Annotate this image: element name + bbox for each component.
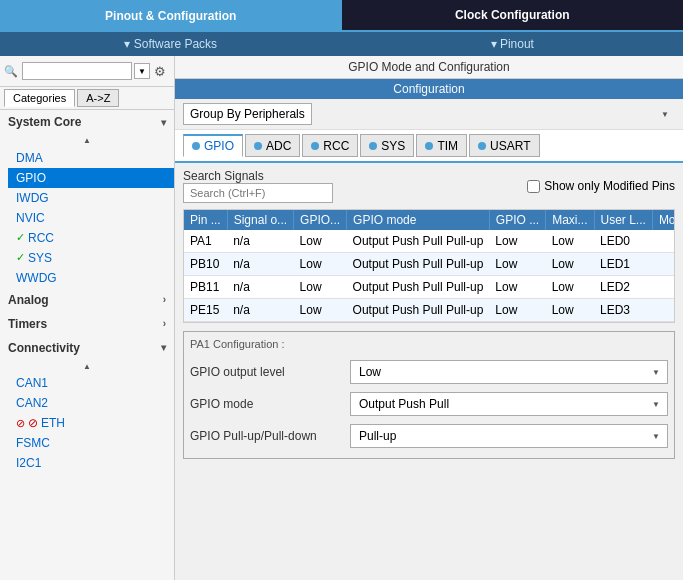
pinout-config-header[interactable]: Pinout & Configuration bbox=[0, 0, 342, 32]
sidebar-item-eth[interactable]: ⊘ETH bbox=[8, 413, 174, 433]
cell-gpio2: Low bbox=[489, 230, 545, 253]
section-connectivity: Connectivity ▾ ▲ CAN1 CAN2 ⊘ETH FSMC I2C… bbox=[0, 336, 174, 474]
cell-maxi: Low bbox=[546, 230, 594, 253]
gear-icon[interactable]: ⚙ bbox=[154, 64, 166, 79]
col-gpio1: GPIO... bbox=[294, 210, 347, 230]
connectivity-scroll-up[interactable]: ▲ bbox=[83, 362, 91, 372]
scroll-up-arrow[interactable]: ▲ bbox=[83, 136, 91, 146]
sidebar-item-can2[interactable]: CAN2 bbox=[8, 393, 174, 413]
usart-tab-label: USART bbox=[490, 139, 530, 153]
table-row[interactable]: PE15 n/a Low Output Push Pull Pull-up Lo… bbox=[184, 299, 675, 322]
cell-user: LED3 bbox=[594, 299, 652, 322]
cell-signal: n/a bbox=[227, 299, 293, 322]
group-by-select[interactable]: Group By Peripherals bbox=[183, 103, 312, 125]
sidebar-item-fsmc[interactable]: FSMC bbox=[8, 433, 174, 453]
table-header-row: Pin ... Signal o... GPIO... GPIO mode GP… bbox=[184, 210, 675, 230]
search-signals-label: Search Signals bbox=[183, 169, 333, 183]
cell-signal: n/a bbox=[227, 253, 293, 276]
table-row[interactable]: PB11 n/a Low Output Push Pull Pull-up Lo… bbox=[184, 276, 675, 299]
search-input[interactable] bbox=[22, 62, 132, 80]
cell-mode: Output Push Pull Pull-up bbox=[347, 276, 490, 299]
modified-check-section: Show only Modified Pins bbox=[527, 179, 675, 193]
cell-pin: PB10 bbox=[184, 253, 227, 276]
pinout-config-title: Pinout & Configuration bbox=[105, 9, 236, 23]
table-row[interactable]: PA1 n/a Low Output Push Pull Pull-up Low… bbox=[184, 230, 675, 253]
gpio-dot bbox=[192, 142, 200, 150]
scroll-arrows-top: ▲ bbox=[0, 134, 174, 148]
cell-modified bbox=[652, 299, 675, 322]
gpio-tab-label: GPIO bbox=[204, 139, 234, 153]
sys-tab-label: SYS bbox=[381, 139, 405, 153]
connectivity-header[interactable]: Connectivity ▾ bbox=[0, 336, 174, 360]
cell-signal: n/a bbox=[227, 230, 293, 253]
analog-header[interactable]: Analog › bbox=[0, 288, 174, 312]
search-bar: 🔍 ▼ ⚙ bbox=[0, 56, 174, 87]
cell-gpio2: Low bbox=[489, 253, 545, 276]
connectivity-label: Connectivity bbox=[8, 341, 80, 355]
cell-gpio1: Low bbox=[294, 299, 347, 322]
timers-header[interactable]: Timers › bbox=[0, 312, 174, 336]
sidebar-item-i2c1[interactable]: I2C1 bbox=[8, 453, 174, 473]
tab-categories[interactable]: Categories bbox=[4, 89, 75, 107]
analog-label: Analog bbox=[8, 293, 49, 307]
sidebar-item-sys[interactable]: ✓SYS bbox=[8, 248, 174, 268]
search-field[interactable] bbox=[183, 183, 333, 203]
pullup-pulldown-select-wrap: Pull-up Pull-down No pull-up and no pull… bbox=[350, 424, 668, 448]
system-core-header[interactable]: System Core ▾ bbox=[0, 110, 174, 134]
sidebar-item-gpio[interactable]: GPIO bbox=[8, 168, 174, 188]
config-row-output-level: GPIO output level Low High bbox=[190, 356, 668, 388]
section-system-core: System Core ▾ ▲ DMA GPIO IWDG NVIC ✓RCC … bbox=[0, 110, 174, 288]
sidebar: 🔍 ▼ ⚙ Categories A->Z System Core ▾ ▲ DM… bbox=[0, 56, 175, 580]
pullup-pulldown-label: GPIO Pull-up/Pull-down bbox=[190, 429, 350, 443]
sidebar-item-wwdg[interactable]: WWDG bbox=[8, 268, 174, 288]
col-pin: Pin ... bbox=[184, 210, 227, 230]
tab-atoz[interactable]: A->Z bbox=[77, 89, 119, 107]
table-row[interactable]: PB10 n/a Low Output Push Pull Pull-up Lo… bbox=[184, 253, 675, 276]
software-packs-menu[interactable]: ▾ Software Packs bbox=[0, 32, 342, 56]
sidebar-item-dma[interactable]: DMA bbox=[8, 148, 174, 168]
pullup-pulldown-select[interactable]: Pull-up Pull-down No pull-up and no pull… bbox=[350, 424, 668, 448]
gpio-tabs: GPIO ADC RCC SYS TIM USART bbox=[175, 130, 683, 163]
group-by-row: Group By Peripherals bbox=[175, 99, 683, 130]
output-level-select-wrap: Low High bbox=[350, 360, 668, 384]
tim-dot bbox=[425, 142, 433, 150]
show-modified-checkbox[interactable] bbox=[527, 180, 540, 193]
search-dropdown[interactable]: ▼ bbox=[134, 63, 150, 79]
tab-tim[interactable]: TIM bbox=[416, 134, 467, 157]
tab-rcc[interactable]: RCC bbox=[302, 134, 358, 157]
config-bar: Configuration bbox=[175, 79, 683, 99]
search-signals-section: Search Signals bbox=[183, 169, 333, 203]
software-packs-label: ▾ Software Packs bbox=[124, 37, 217, 51]
eth-disabled-icon: ⊘ bbox=[28, 416, 38, 430]
pinout-menu[interactable]: ▾ Pinout bbox=[342, 32, 684, 56]
search-signals-row: Search Signals Show only Modified Pins bbox=[175, 163, 683, 209]
content-area: GPIO Mode and Configuration Configuratio… bbox=[175, 56, 683, 580]
output-level-select[interactable]: Low High bbox=[350, 360, 668, 384]
gpio-mode-select[interactable]: Output Push Pull Output Open Drain bbox=[350, 392, 668, 416]
cell-mode: Output Push Pull Pull-up bbox=[347, 253, 490, 276]
tim-tab-label: TIM bbox=[437, 139, 458, 153]
cell-modified bbox=[652, 230, 675, 253]
tab-sys[interactable]: SYS bbox=[360, 134, 414, 157]
cell-signal: n/a bbox=[227, 276, 293, 299]
sidebar-tabs: Categories A->Z bbox=[0, 87, 174, 110]
sidebar-item-rcc[interactable]: ✓RCC bbox=[8, 228, 174, 248]
clock-config-header[interactable]: Clock Configuration bbox=[342, 0, 684, 32]
pa1-config-title: PA1 Configuration : bbox=[190, 338, 668, 350]
cell-maxi: Low bbox=[546, 276, 594, 299]
cell-modified bbox=[652, 276, 675, 299]
sidebar-item-can1[interactable]: CAN1 bbox=[8, 373, 174, 393]
col-signal: Signal o... bbox=[227, 210, 293, 230]
show-modified-label: Show only Modified Pins bbox=[544, 179, 675, 193]
pin-table: Pin ... Signal o... GPIO... GPIO mode GP… bbox=[184, 210, 675, 322]
system-core-label: System Core bbox=[8, 115, 81, 129]
tab-usart[interactable]: USART bbox=[469, 134, 539, 157]
sidebar-item-iwdg[interactable]: IWDG bbox=[8, 188, 174, 208]
analog-chevron: › bbox=[163, 294, 166, 305]
sidebar-item-nvic[interactable]: NVIC bbox=[8, 208, 174, 228]
tab-gpio[interactable]: GPIO bbox=[183, 134, 243, 157]
cell-pin: PE15 bbox=[184, 299, 227, 322]
connectivity-scroll-arrows: ▲ bbox=[0, 360, 174, 374]
cell-mode: Output Push Pull Pull-up bbox=[347, 299, 490, 322]
tab-adc[interactable]: ADC bbox=[245, 134, 300, 157]
